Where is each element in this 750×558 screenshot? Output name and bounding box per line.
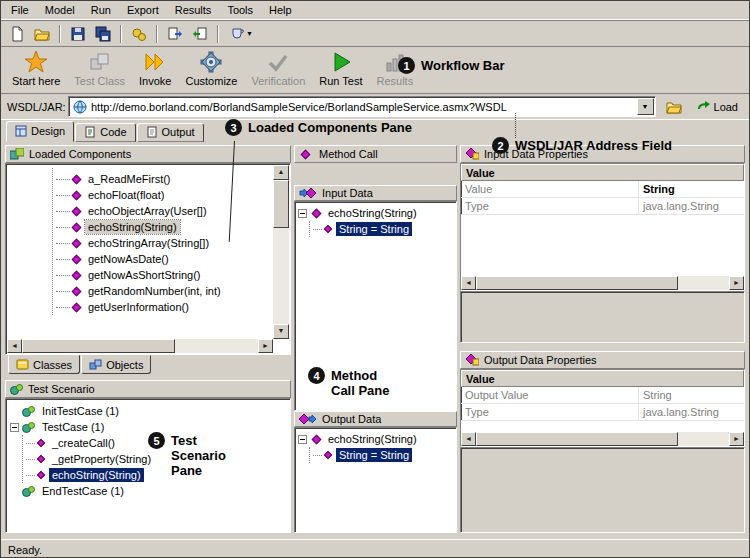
scroll-up-button[interactable]: ▲ [273, 165, 289, 180]
tree-item-label[interactable]: a_ReadMeFirst() [85, 172, 174, 186]
tree-item[interactable]: a_ReadMeFirst() [53, 171, 272, 187]
scrollbar-thumb[interactable] [476, 432, 678, 446]
table-row[interactable]: Value String [461, 181, 744, 198]
loaded-components-tree[interactable]: a_ReadMeFirst() echoFloat(float) echoObj… [5, 163, 291, 355]
tree-item-label[interactable]: String = String [336, 448, 412, 462]
tree-item[interactable]: echoStringArray(String[]) [53, 235, 272, 251]
tree-item[interactable]: getNowAsDate() [53, 251, 272, 267]
tree-item[interactable]: InitTestCase (1) [6, 403, 290, 419]
tree-item-selected[interactable]: String = String [310, 447, 456, 463]
tree-item-label[interactable]: getRandomNumber(int, int) [85, 284, 224, 298]
workflow-invoke[interactable]: Invoke [134, 49, 176, 88]
tree-item-label[interactable]: getNowAsShortString() [85, 268, 204, 282]
collapse-icon[interactable] [298, 209, 307, 218]
tree-item-label[interactable]: _getProperty(String) [49, 452, 154, 466]
tree-item-label[interactable]: getNowAsDate() [85, 252, 172, 266]
tree-item-selected[interactable]: String = String [310, 221, 456, 237]
scrollbar-track[interactable] [476, 432, 729, 446]
options-button[interactable] [127, 22, 151, 45]
tree-item-label[interactable]: InitTestCase (1) [39, 404, 122, 418]
workflow-start-here[interactable]: Start here [7, 49, 65, 88]
wsdl-combobox[interactable]: ▼ [68, 96, 656, 117]
scroll-left-button[interactable]: ◄ [461, 432, 476, 446]
tree-item-label[interactable]: echoString(String) [49, 468, 144, 482]
menu-file[interactable]: File [3, 2, 37, 18]
tree-item-label[interactable]: echoStringArray(String[]) [85, 236, 212, 250]
menu-model[interactable]: Model [37, 2, 83, 18]
scrollbar-track[interactable] [22, 339, 258, 353]
menu-results[interactable]: Results [167, 2, 220, 18]
import-button[interactable] [188, 22, 212, 45]
menu-run[interactable]: Run [83, 2, 119, 18]
scroll-right-button[interactable]: ► [258, 339, 273, 353]
horizontal-scrollbar[interactable]: ◄ ► [7, 339, 273, 353]
tree-item-label[interactable]: echoString(String) [85, 220, 180, 234]
menu-export[interactable]: Export [119, 2, 167, 18]
vertical-scrollbar[interactable]: ▲ ▼ [273, 165, 289, 339]
open-button[interactable] [30, 22, 54, 45]
property-value[interactable]: java.lang.String [639, 406, 744, 418]
scroll-left-button[interactable]: ◄ [7, 339, 22, 353]
tree-item[interactable]: getRandomNumber(int, int) [53, 283, 272, 299]
wsdl-dropdown-button[interactable]: ▼ [637, 98, 654, 115]
wsdl-url-input[interactable] [91, 99, 633, 114]
tree-item-label[interactable]: echoFloat(float) [85, 188, 167, 202]
tree-item[interactable]: getNowAsShortString() [53, 267, 272, 283]
menu-tools[interactable]: Tools [219, 2, 261, 18]
scroll-down-button[interactable]: ▼ [273, 324, 289, 339]
save-all-button[interactable] [91, 22, 115, 45]
tree-item[interactable]: echoObjectArray(User[]) [53, 203, 272, 219]
table-row[interactable]: Type java.lang.String [461, 404, 744, 421]
tree-item-label[interactable]: EndTestCase (1) [39, 484, 127, 498]
tree-item-label[interactable]: getUserInformation() [85, 300, 192, 314]
tree-item[interactable]: echoFloat(float) [53, 187, 272, 203]
tree-item-label[interactable]: String = String [336, 222, 412, 236]
table-row[interactable]: Type java.lang.String [461, 198, 744, 215]
tree-item[interactable]: getUserInformation() [53, 299, 272, 315]
property-value[interactable]: String [639, 389, 744, 401]
tree-item-selected[interactable]: echoString(String) [53, 219, 272, 235]
output-data-tree[interactable]: echoString(String) String = String [294, 427, 457, 533]
collapse-icon[interactable] [298, 435, 307, 444]
tab-design[interactable]: Design [6, 121, 74, 142]
workflow-customize[interactable]: Customize [180, 49, 242, 88]
horizontal-scrollbar[interactable]: ◄ ► [461, 432, 744, 446]
tree-item-label[interactable]: echoObjectArray(User[]) [85, 204, 210, 218]
scrollbar-thumb[interactable] [273, 180, 289, 228]
collapse-icon[interactable] [10, 423, 19, 432]
scroll-right-button[interactable]: ► [729, 432, 744, 446]
input-properties-table[interactable]: Value Value String Type java.lang.String… [460, 163, 745, 291]
tree-item-label[interactable]: echoString(String) [325, 206, 420, 220]
tree-item-label[interactable]: _createCall() [49, 436, 118, 450]
tab-objects[interactable]: Objects [81, 355, 151, 374]
menu-help[interactable]: Help [261, 2, 300, 18]
tree-item[interactable]: EndTestCase (1) [6, 483, 290, 499]
export-button[interactable] [163, 22, 187, 45]
browse-button[interactable] [661, 96, 687, 118]
scrollbar-thumb[interactable] [476, 276, 678, 290]
save-button[interactable] [66, 22, 90, 45]
output-data-header: Output Data [294, 411, 457, 427]
tab-code[interactable]: Code [75, 123, 135, 142]
run-config-button[interactable]: ▼ [224, 22, 258, 45]
method-icon [72, 238, 82, 248]
tree-item[interactable]: echoString(String) [295, 431, 456, 447]
new-button[interactable] [5, 22, 29, 45]
scrollbar-track[interactable] [476, 276, 729, 290]
horizontal-scrollbar[interactable]: ◄ ► [461, 276, 744, 290]
table-row[interactable]: Output Value String [461, 387, 744, 404]
scroll-left-button[interactable]: ◄ [461, 276, 476, 290]
tab-classes[interactable]: Classes [8, 355, 80, 374]
scroll-right-button[interactable]: ► [729, 276, 744, 290]
property-value[interactable]: String [639, 183, 744, 195]
property-value[interactable]: java.lang.String [639, 200, 744, 212]
scrollbar-thumb[interactable] [22, 339, 175, 353]
load-button[interactable]: Load [692, 96, 743, 118]
scrollbar-track[interactable] [273, 180, 289, 324]
tree-item[interactable]: echoString(String) [295, 205, 456, 221]
tree-item-label[interactable]: echoString(String) [325, 432, 420, 446]
workflow-run-test[interactable]: Run Test [314, 49, 367, 88]
tab-output[interactable]: Output [137, 123, 204, 142]
tree-item-label[interactable]: TestCase (1) [39, 420, 107, 434]
output-properties-table[interactable]: Value Output Value String Type java.lang… [460, 369, 745, 447]
